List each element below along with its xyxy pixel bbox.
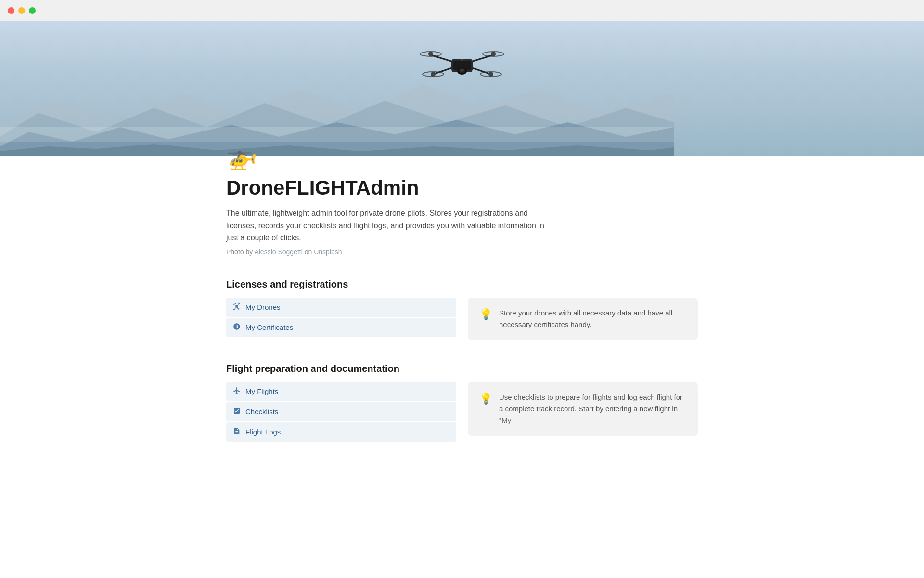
svg-point-16 bbox=[488, 72, 493, 77]
photo-credit-author-link[interactable]: Alessio Soggetti bbox=[254, 248, 302, 256]
lightbulb-icon: 💡 bbox=[479, 308, 492, 321]
minimize-button[interactable] bbox=[18, 7, 25, 14]
my-flights-label: My Flights bbox=[245, 387, 278, 395]
maximize-button[interactable] bbox=[29, 7, 36, 14]
flights-icon bbox=[233, 387, 241, 396]
my-certificates-link[interactable]: My Certificates bbox=[226, 318, 456, 337]
licenses-link-list: My Drones My Certificates bbox=[226, 298, 456, 337]
section-flight-heading: Flight preparation and documentation bbox=[226, 363, 698, 374]
my-certificates-label: My Certificates bbox=[245, 323, 293, 331]
flight-info-text: Use checklists to prepare for flights an… bbox=[499, 392, 686, 426]
page-title: DroneFLIGHTAdmin bbox=[226, 176, 698, 199]
my-drones-label: My Drones bbox=[245, 303, 281, 311]
section-licenses-layout: My Drones My Certificates 💡 Store your d… bbox=[226, 298, 698, 340]
licenses-info-box: 💡 Store your drones with all necessary d… bbox=[468, 298, 698, 340]
page-description: The ultimate, lightweight admin tool for… bbox=[226, 207, 553, 244]
flight-logs-label: Flight Logs bbox=[245, 428, 281, 436]
page-content: 🚁 DroneFLIGHTAdmin The ultimate, lightwe… bbox=[197, 144, 727, 494]
my-flights-link[interactable]: My Flights bbox=[226, 382, 456, 401]
svg-point-15 bbox=[431, 72, 436, 77]
lightbulb-icon-2: 💡 bbox=[479, 393, 492, 405]
hero-banner bbox=[0, 21, 924, 156]
certificates-icon bbox=[233, 323, 241, 332]
flight-info-box: 💡 Use checklists to prepare for flights … bbox=[468, 382, 698, 436]
titlebar bbox=[0, 0, 924, 21]
flight-logs-icon bbox=[233, 427, 241, 437]
checklists-icon bbox=[233, 407, 241, 417]
svg-rect-4 bbox=[0, 127, 674, 142]
checklists-link[interactable]: Checklists bbox=[226, 402, 456, 421]
checklists-label: Checklists bbox=[245, 407, 278, 416]
svg-point-21 bbox=[460, 69, 464, 72]
svg-point-22 bbox=[461, 59, 463, 61]
drones-icon bbox=[233, 302, 241, 312]
drone-illustration bbox=[414, 40, 510, 89]
svg-point-13 bbox=[428, 52, 433, 56]
close-button[interactable] bbox=[8, 7, 14, 14]
flight-link-list: My Flights Checklists Flight Logs bbox=[226, 382, 456, 442]
my-drones-link[interactable]: My Drones bbox=[226, 298, 456, 317]
svg-point-14 bbox=[491, 52, 496, 56]
flight-logs-link[interactable]: Flight Logs bbox=[226, 422, 456, 442]
page-icon: 🚁 bbox=[226, 144, 698, 169]
photo-credit-source-link[interactable]: Unsplash bbox=[314, 248, 342, 256]
photo-credit: Photo by Alessio Soggetti on Unsplash bbox=[226, 248, 698, 256]
section-licenses-heading: Licenses and registrations bbox=[226, 279, 698, 290]
licenses-info-text: Store your drones with all necessary dat… bbox=[499, 307, 686, 330]
section-flight-layout: My Flights Checklists Flight Logs bbox=[226, 382, 698, 442]
